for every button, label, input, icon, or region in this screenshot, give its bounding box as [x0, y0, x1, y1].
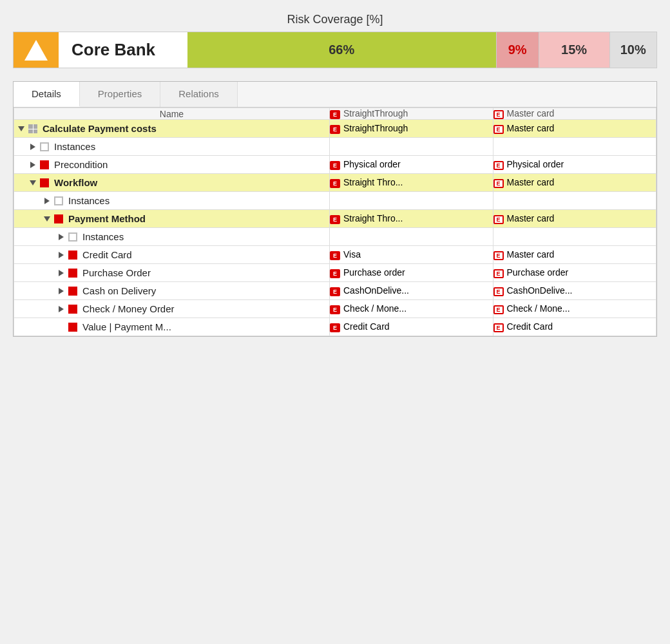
row-name-text: Instances: [82, 231, 124, 242]
row-name-text: Calculate Payment costs: [43, 123, 157, 134]
solid-square-icon: [68, 251, 77, 260]
col2-cell-1: [493, 138, 656, 156]
col2-cell-7: EMaster card: [493, 246, 656, 264]
col-header-name: Name: [14, 108, 330, 120]
risk-coverage-header: Risk Coverage [%]: [13, 13, 657, 26]
col1-cell-9: ECashOnDelive...: [330, 282, 493, 300]
col2-cell-11: ECredit Card: [493, 318, 656, 336]
solid-square-icon: [40, 160, 49, 169]
row-tag-icon1: E: [330, 251, 340, 260]
col-header-1: EStraightThrough: [330, 108, 493, 120]
table-row[interactable]: Instances: [14, 228, 656, 246]
row-name-text: Check / Money Order: [82, 303, 175, 314]
row-name-text: Value | Payment M...: [82, 321, 171, 332]
expand-icon[interactable]: [57, 287, 66, 296]
core-bank-label: Core Bank: [59, 32, 187, 68]
col2-cell-10: ECheck / Mone...: [493, 300, 656, 318]
outer-container: Risk Coverage [%] Core Bank 66% 9% 15% 1…: [13, 13, 657, 337]
expand-icon[interactable]: [57, 305, 66, 314]
expand-icon[interactable]: [57, 269, 66, 278]
row-tag-icon1: E: [330, 161, 340, 170]
row-tag-icon2: E: [493, 215, 504, 224]
row-tag-icon2: E: [493, 161, 504, 170]
name-cell-10: Check / Money Order: [14, 300, 330, 318]
progress-red: 9%: [496, 32, 539, 68]
expand-icon[interactable]: [28, 178, 37, 187]
main-panel: Details Properties Relations Name EStrai…: [13, 81, 657, 337]
tab-properties[interactable]: Properties: [80, 82, 160, 107]
expand-icon[interactable]: [43, 214, 52, 223]
table-row[interactable]: Payment MethodEStraight Thro...EMaster c…: [14, 210, 656, 228]
row-name-text: Purchase Order: [82, 267, 151, 278]
data-table: Name EStraightThrough EMaster card Calcu…: [14, 108, 656, 336]
table-row[interactable]: WorkflowEStraight Thro...EMaster card: [14, 174, 656, 192]
table-row[interactable]: Calculate Payment costsEStraightThroughE…: [14, 120, 656, 138]
col1-cell-4: [330, 192, 493, 210]
row-tag-icon1: E: [330, 269, 340, 278]
name-cell-11: Value | Payment M...: [14, 318, 330, 336]
expand-icon[interactable]: [28, 142, 37, 151]
row-tag-icon1: E: [330, 125, 340, 134]
solid-square-icon: [68, 323, 77, 332]
col1-cell-6: [330, 228, 493, 246]
table-row[interactable]: Credit CardEVisaEMaster card: [14, 246, 656, 264]
solid-square-icon: [40, 178, 49, 187]
core-bank-logo: [14, 32, 59, 68]
name-cell-8: Purchase Order: [14, 264, 330, 282]
row-tag-icon2: E: [493, 323, 504, 332]
table-header-row: Name EStraightThrough EMaster card: [14, 108, 656, 120]
grid-icon: [28, 124, 37, 133]
row-tag-icon1: E: [330, 215, 340, 224]
solid-square-icon: [68, 305, 77, 314]
row-name-text: Instances: [54, 141, 95, 152]
triangle-icon: [24, 40, 48, 61]
tab-details[interactable]: Details: [14, 82, 80, 107]
name-cell-3: Workflow: [14, 174, 330, 192]
expand-icon[interactable]: [57, 251, 66, 260]
table-row[interactable]: Check / Money OrderECheck / Mone...EChec…: [14, 300, 656, 318]
col1-cell-0: EStraightThrough: [330, 120, 493, 138]
name-cell-6: Instances: [14, 228, 330, 246]
core-bank-row: Core Bank 66% 9% 15% 10%: [13, 32, 657, 68]
col1-cell-11: ECredit Card: [330, 318, 493, 336]
col1-cell-8: EPurchase order: [330, 264, 493, 282]
col2-cell-5: EMaster card: [493, 210, 656, 228]
row-name-text: Credit Card: [82, 249, 132, 260]
solid-square-icon: [68, 287, 77, 296]
name-cell-4: Instances: [14, 192, 330, 210]
solid-square-icon: [68, 269, 77, 278]
tab-relations[interactable]: Relations: [160, 82, 238, 107]
progress-gray: 10%: [609, 32, 657, 68]
col1-cell-5: EStraight Thro...: [330, 210, 493, 228]
expand-icon[interactable]: [28, 160, 37, 169]
table-row[interactable]: Instances: [14, 192, 656, 210]
expand-icon[interactable]: [43, 196, 52, 205]
col1-cell-10: ECheck / Mone...: [330, 300, 493, 318]
solid-square-icon: [54, 214, 63, 223]
expand-icon[interactable]: [57, 232, 66, 242]
col2-cell-0: EMaster card: [493, 120, 656, 138]
table-row[interactable]: Purchase OrderEPurchase orderEPurchase o…: [14, 264, 656, 282]
table-row[interactable]: Value | Payment M...ECredit CardECredit …: [14, 318, 656, 336]
row-name-text: Precondition: [54, 159, 108, 170]
row-tag-icon2: E: [493, 179, 504, 188]
outline-square-icon: [40, 142, 49, 151]
row-tag-icon2: E: [493, 287, 504, 296]
table-row[interactable]: Instances: [14, 138, 656, 156]
row-tag-icon2: E: [493, 251, 504, 260]
name-cell-2: Precondition: [14, 156, 330, 174]
name-cell-9: Cash on Delivery: [14, 282, 330, 300]
name-cell-0: Calculate Payment costs: [14, 120, 330, 138]
table-row[interactable]: PreconditionEPhysical orderEPhysical ord…: [14, 156, 656, 174]
row-tag-icon2: E: [493, 125, 504, 134]
col1-cell-1: [330, 138, 493, 156]
col2-tag-icon: E: [493, 110, 504, 119]
name-cell-1: Instances: [14, 138, 330, 156]
col1-cell-2: EPhysical order: [330, 156, 493, 174]
progress-bar: 66% 9% 15% 10%: [187, 32, 656, 68]
expand-icon[interactable]: [17, 124, 26, 133]
row-name-text: Payment Method: [68, 213, 146, 224]
col2-cell-3: EMaster card: [493, 174, 656, 192]
table-row[interactable]: Cash on DeliveryECashOnDelive...ECashOnD…: [14, 282, 656, 300]
col1-tag-icon: E: [330, 110, 340, 119]
